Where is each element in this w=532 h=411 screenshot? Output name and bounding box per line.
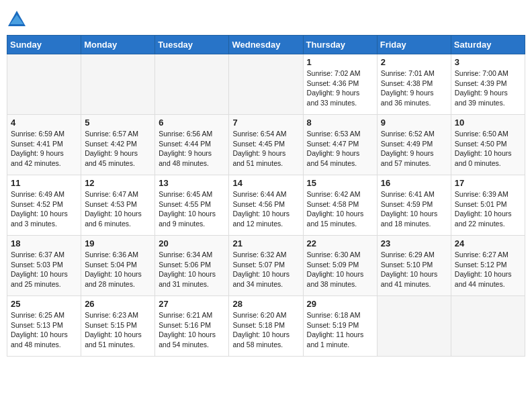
day-number: 19 — [85, 238, 151, 248]
day-info: Sunrise: 6:49 AM Sunset: 4:52 PM Dayligh… — [11, 189, 77, 229]
calendar-cell: 19Sunrise: 6:36 AM Sunset: 5:04 PM Dayli… — [81, 236, 155, 296]
day-number: 9 — [381, 118, 447, 128]
calendar-cell — [229, 54, 303, 115]
calendar-cell: 16Sunrise: 6:41 AM Sunset: 4:59 PM Dayli… — [377, 175, 451, 236]
calendar-cell: 7Sunrise: 6:54 AM Sunset: 4:45 PM Daylig… — [229, 115, 303, 175]
day-number: 1 — [307, 57, 373, 67]
day-info: Sunrise: 7:00 AM Sunset: 4:39 PM Dayligh… — [455, 68, 521, 108]
day-number: 29 — [307, 299, 373, 309]
calendar-cell: 22Sunrise: 6:30 AM Sunset: 5:09 PM Dayli… — [303, 236, 377, 296]
day-info: Sunrise: 6:59 AM Sunset: 4:41 PM Dayligh… — [11, 129, 77, 169]
day-info: Sunrise: 6:44 AM Sunset: 4:56 PM Dayligh… — [232, 189, 299, 229]
calendar-week-row: 4Sunrise: 6:59 AM Sunset: 4:41 PM Daylig… — [7, 115, 525, 175]
day-number: 18 — [11, 238, 77, 248]
day-info: Sunrise: 7:02 AM Sunset: 4:36 PM Dayligh… — [307, 68, 373, 108]
day-info: Sunrise: 6:29 AM Sunset: 5:10 PM Dayligh… — [381, 250, 447, 289]
header-monday: Monday — [81, 36, 155, 54]
day-number: 6 — [159, 118, 225, 128]
day-number: 27 — [159, 299, 225, 309]
day-number: 7 — [232, 118, 299, 128]
day-info: Sunrise: 6:54 AM Sunset: 4:45 PM Dayligh… — [232, 129, 299, 169]
calendar-cell — [451, 296, 525, 357]
day-number: 12 — [85, 178, 151, 188]
day-number: 5 — [85, 118, 151, 128]
calendar-cell — [7, 54, 81, 115]
day-info: Sunrise: 6:27 AM Sunset: 5:12 PM Dayligh… — [455, 250, 521, 289]
calendar-cell: 26Sunrise: 6:23 AM Sunset: 5:15 PM Dayli… — [81, 296, 155, 357]
day-number: 14 — [232, 178, 299, 188]
header-tuesday: Tuesday — [155, 36, 229, 54]
day-number: 2 — [381, 57, 447, 67]
header-thursday: Thursday — [303, 36, 377, 54]
page-header — [7, 7, 525, 30]
calendar-cell: 24Sunrise: 6:27 AM Sunset: 5:12 PM Dayli… — [451, 236, 525, 296]
header-saturday: Saturday — [451, 36, 525, 54]
calendar-cell: 5Sunrise: 6:57 AM Sunset: 4:42 PM Daylig… — [81, 115, 155, 175]
calendar-week-row: 11Sunrise: 6:49 AM Sunset: 4:52 PM Dayli… — [7, 175, 525, 236]
day-number: 20 — [159, 238, 225, 248]
day-number: 11 — [11, 178, 77, 188]
calendar-cell: 21Sunrise: 6:32 AM Sunset: 5:07 PM Dayli… — [229, 236, 303, 296]
day-info: Sunrise: 6:36 AM Sunset: 5:04 PM Dayligh… — [85, 250, 151, 289]
day-info: Sunrise: 6:52 AM Sunset: 4:49 PM Dayligh… — [381, 129, 447, 169]
calendar-week-row: 18Sunrise: 6:37 AM Sunset: 5:03 PM Dayli… — [7, 236, 525, 296]
calendar-cell — [81, 54, 155, 115]
day-info: Sunrise: 6:25 AM Sunset: 5:13 PM Dayligh… — [11, 310, 77, 350]
calendar-cell: 13Sunrise: 6:45 AM Sunset: 4:55 PM Dayli… — [155, 175, 229, 236]
calendar-table: SundayMondayTuesdayWednesdayThursdayFrid… — [7, 35, 525, 357]
day-number: 16 — [381, 178, 447, 188]
day-number: 21 — [232, 238, 299, 248]
calendar-cell: 25Sunrise: 6:25 AM Sunset: 5:13 PM Dayli… — [7, 296, 81, 357]
calendar-cell: 29Sunrise: 6:18 AM Sunset: 5:19 PM Dayli… — [303, 296, 377, 357]
day-number: 23 — [381, 238, 447, 248]
calendar-cell: 20Sunrise: 6:34 AM Sunset: 5:06 PM Dayli… — [155, 236, 229, 296]
calendar-cell — [377, 296, 451, 357]
calendar-week-row: 25Sunrise: 6:25 AM Sunset: 5:13 PM Dayli… — [7, 296, 525, 357]
day-info: Sunrise: 6:32 AM Sunset: 5:07 PM Dayligh… — [232, 250, 299, 289]
day-number: 8 — [307, 118, 373, 128]
day-number: 25 — [11, 299, 77, 309]
logo — [7, 9, 30, 30]
day-number: 24 — [455, 238, 521, 248]
day-info: Sunrise: 6:21 AM Sunset: 5:16 PM Dayligh… — [159, 310, 225, 350]
calendar-cell: 28Sunrise: 6:20 AM Sunset: 5:18 PM Dayli… — [229, 296, 303, 357]
calendar-cell: 27Sunrise: 6:21 AM Sunset: 5:16 PM Dayli… — [155, 296, 229, 357]
logo-icon — [7, 9, 27, 30]
day-info: Sunrise: 6:45 AM Sunset: 4:55 PM Dayligh… — [159, 189, 225, 229]
calendar-cell: 3Sunrise: 7:00 AM Sunset: 4:39 PM Daylig… — [451, 54, 525, 115]
day-number: 22 — [307, 238, 373, 248]
day-info: Sunrise: 6:39 AM Sunset: 5:01 PM Dayligh… — [455, 189, 521, 229]
calendar-cell: 14Sunrise: 6:44 AM Sunset: 4:56 PM Dayli… — [229, 175, 303, 236]
calendar-week-row: 1Sunrise: 7:02 AM Sunset: 4:36 PM Daylig… — [7, 54, 525, 115]
calendar-cell: 6Sunrise: 6:56 AM Sunset: 4:44 PM Daylig… — [155, 115, 229, 175]
calendar-cell: 10Sunrise: 6:50 AM Sunset: 4:50 PM Dayli… — [451, 115, 525, 175]
day-info: Sunrise: 6:34 AM Sunset: 5:06 PM Dayligh… — [159, 250, 225, 289]
day-info: Sunrise: 6:41 AM Sunset: 4:59 PM Dayligh… — [381, 189, 447, 229]
calendar-cell: 9Sunrise: 6:52 AM Sunset: 4:49 PM Daylig… — [377, 115, 451, 175]
day-number: 4 — [11, 118, 77, 128]
day-info: Sunrise: 6:42 AM Sunset: 4:58 PM Dayligh… — [307, 189, 373, 229]
day-info: Sunrise: 6:56 AM Sunset: 4:44 PM Dayligh… — [159, 129, 225, 169]
day-info: Sunrise: 7:01 AM Sunset: 4:38 PM Dayligh… — [381, 68, 447, 108]
day-number: 13 — [159, 178, 225, 188]
calendar-cell: 8Sunrise: 6:53 AM Sunset: 4:47 PM Daylig… — [303, 115, 377, 175]
day-info: Sunrise: 6:23 AM Sunset: 5:15 PM Dayligh… — [85, 310, 151, 350]
calendar-cell — [155, 54, 229, 115]
day-info: Sunrise: 6:57 AM Sunset: 4:42 PM Dayligh… — [85, 129, 151, 169]
day-info: Sunrise: 6:18 AM Sunset: 5:19 PM Dayligh… — [307, 310, 373, 350]
calendar-header-row: SundayMondayTuesdayWednesdayThursdayFrid… — [7, 36, 525, 54]
day-info: Sunrise: 6:47 AM Sunset: 4:53 PM Dayligh… — [85, 189, 151, 229]
calendar-cell: 12Sunrise: 6:47 AM Sunset: 4:53 PM Dayli… — [81, 175, 155, 236]
calendar-cell: 1Sunrise: 7:02 AM Sunset: 4:36 PM Daylig… — [303, 54, 377, 115]
day-number: 3 — [455, 57, 521, 67]
header-wednesday: Wednesday — [229, 36, 303, 54]
day-info: Sunrise: 6:53 AM Sunset: 4:47 PM Dayligh… — [307, 129, 373, 169]
header-sunday: Sunday — [7, 36, 81, 54]
day-number: 26 — [85, 299, 151, 309]
calendar-cell: 11Sunrise: 6:49 AM Sunset: 4:52 PM Dayli… — [7, 175, 81, 236]
calendar-cell: 23Sunrise: 6:29 AM Sunset: 5:10 PM Dayli… — [377, 236, 451, 296]
calendar-cell: 4Sunrise: 6:59 AM Sunset: 4:41 PM Daylig… — [7, 115, 81, 175]
day-info: Sunrise: 6:37 AM Sunset: 5:03 PM Dayligh… — [11, 250, 77, 289]
day-info: Sunrise: 6:30 AM Sunset: 5:09 PM Dayligh… — [307, 250, 373, 289]
calendar-cell: 17Sunrise: 6:39 AM Sunset: 5:01 PM Dayli… — [451, 175, 525, 236]
